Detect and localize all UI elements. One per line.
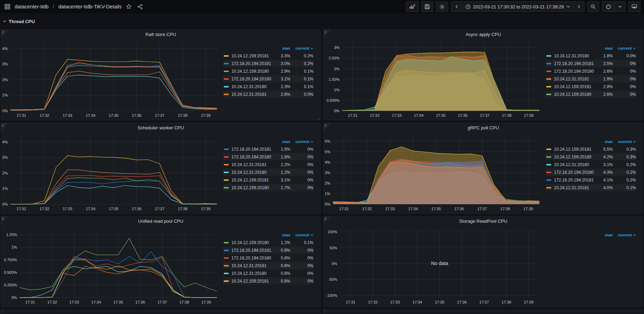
panel-info-icon[interactable]: i	[324, 30, 331, 37]
legend-row[interactable]: 10.24.12.31:201800.6%0%	[223, 270, 313, 277]
legend-max-header[interactable]: max	[272, 140, 290, 144]
legend-current-header[interactable]: current	[290, 46, 313, 50]
legend-row[interactable]: 172.18.20.194:201812.5%0%	[546, 60, 636, 67]
legend-max-header[interactable]: max	[272, 46, 290, 50]
legend-current-header[interactable]: current	[613, 140, 636, 144]
refresh-interval-dropdown[interactable]	[615, 2, 625, 12]
panel-info-icon[interactable]: i	[324, 216, 331, 224]
legend-row[interactable]: 10.24.12.159:201813.1%0%	[223, 176, 313, 184]
panel-title[interactable]: Raft store CPU	[1, 30, 320, 40]
legend-row[interactable]: 10.24.12.31:201812.6%0.0%	[223, 91, 313, 98]
refresh-button[interactable]	[602, 2, 615, 12]
panel-info-icon	[1, 310, 5, 314]
legend-row[interactable]: 172.18.20.194:201804.3%0.2%	[546, 169, 636, 176]
refresh-group	[602, 1, 625, 12]
svg-text:2%: 2%	[2, 171, 8, 175]
svg-text:50%: 50%	[330, 246, 337, 250]
panel-title[interactable]: Unified read pool CPU	[1, 216, 320, 226]
legend-row[interactable]: 10.24.12.31:201811.9%0%	[546, 75, 636, 83]
legend-current-header[interactable]: current	[613, 233, 636, 237]
breadcrumb-dashboard-link[interactable]: datacenter-tidb	[15, 4, 49, 9]
legend-row[interactable]: 172.18.20.194:201802.6%0%	[546, 67, 636, 75]
legend-row[interactable]: 10.24.12.159:201812.8%0%	[546, 83, 636, 90]
legend-row[interactable]: 10.24.12.159:201801.2%0.1%	[223, 239, 313, 246]
legend-row[interactable]: 172.18.20.194:201800.8%0%	[223, 254, 313, 262]
legend-current-header[interactable]: current	[290, 140, 313, 144]
legend-row[interactable]: 10.24.12.159:201810.8%0%	[223, 277, 313, 285]
time-shift-back-button[interactable]	[451, 2, 462, 12]
legend-row[interactable]: 10.24.12.31:201812.2%0%	[223, 161, 313, 168]
chart-plot[interactable]: 4%3%2%1%0%17:3117:3217:3317:3417:3517:36…	[1, 40, 221, 120]
svg-text:17:35: 17:35	[431, 207, 441, 211]
svg-text:4%: 4%	[325, 160, 330, 164]
panel-title[interactable]: Async apply CPU	[324, 30, 643, 40]
legend: maxcurrent172.18.20.194:201811.5%0%172.1…	[221, 133, 320, 213]
star-icon[interactable]	[125, 3, 133, 10]
legend-row[interactable]: 10.24.12.31:201802.3%0.1%	[223, 83, 313, 90]
legend-current-header[interactable]: current	[613, 46, 636, 50]
svg-text:17:36: 17:36	[132, 207, 141, 211]
legend-max-header[interactable]: max	[595, 46, 613, 50]
legend-row[interactable]: 10.24.12.31:201803.1%0.2%	[546, 161, 636, 168]
legend-row[interactable]: 172.18.20.194:201811.5%0%	[223, 145, 313, 153]
legend-current-header[interactable]: current	[290, 233, 313, 237]
legend-row[interactable]: 10.24.12.31:201801.8%0.0%	[546, 52, 636, 59]
legend-max-header[interactable]: max	[595, 140, 613, 144]
chart-plot[interactable]: 6%5%4%3%2%1%0%17:3117:3217:3317:3417:351…	[324, 133, 543, 213]
series-current-value: 0.3%	[613, 147, 636, 152]
panel-info-icon[interactable]: i	[1, 123, 9, 131]
legend-max-header[interactable]: max	[272, 233, 290, 237]
panel-resize-handle[interactable]	[316, 116, 320, 119]
legend-row[interactable]: 10.24.12.31:201801.2%0%	[223, 169, 313, 176]
legend-row[interactable]: 10.24.12.31:201814.0%0.1%	[546, 184, 636, 191]
legend-row[interactable]: 172.18.20.194:201813.0%0.2%	[223, 60, 313, 67]
cycle-view-mode-button[interactable]	[628, 1, 640, 12]
panel-title[interactable]: gRPC poll CPU	[324, 123, 643, 133]
legend-row[interactable]: 172.18.20.194:201814.1%0.2%	[546, 176, 636, 184]
time-range-picker[interactable]: 2022-03-21 17:30:32 to 2022-03-21 17:39:…	[462, 2, 574, 12]
zoom-out-time-button[interactable]	[587, 1, 599, 12]
panel-title[interactable]: Storage ReadPool CPU	[324, 216, 643, 226]
save-dashboard-button[interactable]	[421, 1, 433, 12]
legend-row[interactable]: 10.24.12.31:201810.6%0%	[223, 262, 313, 269]
panel-info-icon[interactable]: i	[1, 216, 9, 224]
share-icon[interactable]	[136, 3, 144, 10]
series-name: 10.24.12.159:20181	[231, 53, 272, 58]
svg-text:4%: 4%	[2, 47, 8, 51]
chart-plot[interactable]: 1.25%1%0.750%0.500%0.250%0%17:3117:3217:…	[1, 226, 221, 307]
legend-row[interactable]: 10.24.12.159:201815.5%0.3%	[546, 145, 636, 153]
chart-plot[interactable]: 4%3%2%1%0%17:3117:3217:3317:3417:3517:36…	[1, 133, 221, 213]
svg-text:100%: 100%	[327, 230, 337, 234]
svg-text:17:39: 17:39	[524, 207, 533, 211]
svg-text:17:34: 17:34	[413, 300, 422, 304]
legend-row[interactable]: 10.24.12.159:201813.3%0.2%	[223, 52, 313, 59]
chart-plot[interactable]: 3%2.50%2%1.50%1%0.500%0%17:3117:3217:331…	[324, 40, 543, 120]
series-current-value: 0%	[290, 162, 313, 167]
legend-row[interactable]: 172.18.20.194:201810.9%0%	[223, 247, 313, 254]
breadcrumb-page-title[interactable]: datacenter-tidb-TiKV-Details	[58, 4, 122, 9]
svg-text:17:32: 17:32	[362, 207, 372, 211]
section-thread-cpu-toggle[interactable]: Thread CPU	[0, 13, 644, 29]
legend-row[interactable]: 10.24.12.159:201802.9%0.1%	[223, 67, 313, 75]
panel-title[interactable]: Scheduler worker CPU	[1, 123, 320, 133]
legend-row[interactable]: 10.24.12.159:201804.2%0.3%	[546, 153, 636, 160]
apps-grid-icon[interactable]	[4, 3, 11, 10]
svg-text:17:33: 17:33	[392, 113, 402, 117]
svg-text:17:35: 17:35	[435, 300, 444, 304]
legend-row[interactable]: 10.24.12.159:201802.6%0%	[546, 91, 636, 98]
legend-row[interactable]: 172.18.20.194:201801.8%0%	[223, 153, 313, 160]
legend-row[interactable]: 10.24.12.159:201801.7%0%	[223, 184, 313, 191]
panel-info-icon[interactable]: i	[324, 123, 331, 131]
legend-max-header[interactable]: max	[595, 233, 613, 237]
add-panel-button[interactable]	[406, 1, 418, 12]
svg-text:0.500%: 0.500%	[4, 270, 17, 274]
svg-text:4%: 4%	[2, 140, 8, 144]
svg-text:17:37: 17:37	[479, 300, 489, 304]
time-shift-forward-button[interactable]	[573, 2, 584, 12]
series-max-value: 2.9%	[272, 69, 290, 74]
svg-text:3%: 3%	[334, 45, 340, 50]
dashboard-settings-button[interactable]	[436, 1, 448, 12]
legend-row[interactable]: 172.18.20.194:201803.1%0.1%	[223, 75, 313, 83]
panel-info-icon[interactable]: i	[1, 30, 9, 37]
chart-plot[interactable]: 100%50%0%-50%-100%17:3117:3217:3317:3417…	[324, 226, 543, 307]
